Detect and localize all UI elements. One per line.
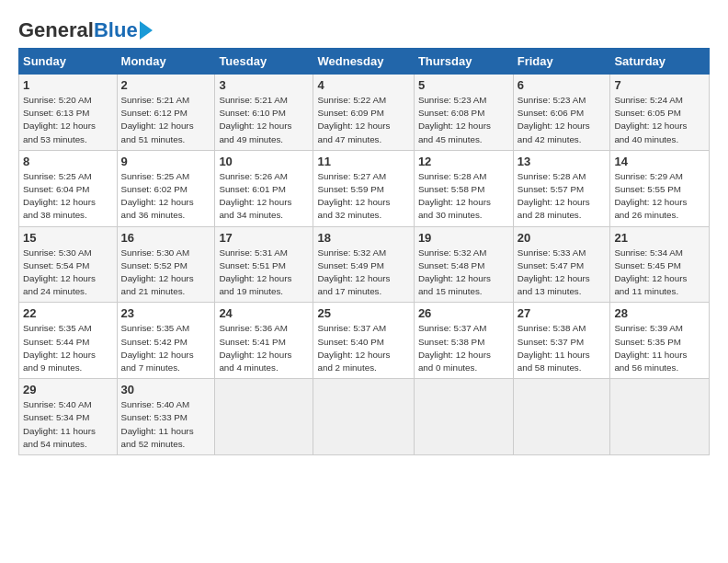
calendar-cell: 10Sunrise: 5:26 AMSunset: 6:01 PMDayligh… [215, 150, 313, 226]
calendar-cell: 17Sunrise: 5:31 AMSunset: 5:51 PMDayligh… [215, 226, 313, 303]
day-detail: Sunrise: 5:23 AMSunset: 6:06 PMDaylight:… [518, 94, 607, 146]
header: GeneralBlue [18, 17, 710, 40]
calendar-cell: 21Sunrise: 5:34 AMSunset: 5:45 PMDayligh… [610, 226, 710, 303]
logo-blue: Blue [94, 18, 138, 41]
week-row-1: 1Sunrise: 5:20 AMSunset: 6:13 PMDaylight… [19, 75, 710, 151]
col-header-thursday: Thursday [414, 49, 513, 75]
day-number: 19 [418, 231, 509, 245]
day-number: 4 [317, 78, 409, 92]
day-number: 16 [121, 231, 211, 245]
day-number: 17 [219, 231, 309, 245]
day-detail: Sunrise: 5:21 AMSunset: 6:12 PMDaylight:… [121, 94, 211, 146]
day-number: 24 [219, 306, 309, 320]
calendar-cell [215, 379, 313, 455]
calendar-cell: 22Sunrise: 5:35 AMSunset: 5:44 PMDayligh… [19, 303, 118, 379]
day-number: 11 [317, 155, 409, 168]
calendar-cell: 16Sunrise: 5:30 AMSunset: 5:52 PMDayligh… [117, 226, 215, 303]
calendar-cell: 30Sunrise: 5:40 AMSunset: 5:33 PMDayligh… [117, 379, 215, 455]
day-detail: Sunrise: 5:40 AMSunset: 5:34 PMDaylight:… [23, 398, 113, 451]
calendar-cell: 13Sunrise: 5:28 AMSunset: 5:57 PMDayligh… [513, 150, 610, 226]
day-number: 12 [418, 155, 509, 168]
week-row-4: 22Sunrise: 5:35 AMSunset: 5:44 PMDayligh… [19, 303, 710, 379]
logo-general: General [18, 18, 94, 41]
day-number: 22 [23, 306, 113, 320]
col-header-friday: Friday [513, 49, 610, 75]
calendar-cell: 14Sunrise: 5:29 AMSunset: 5:55 PMDayligh… [610, 150, 710, 226]
logo-text: GeneralBlue [18, 20, 138, 40]
day-number: 15 [23, 231, 113, 245]
week-row-3: 15Sunrise: 5:30 AMSunset: 5:54 PMDayligh… [19, 226, 710, 303]
day-number: 8 [23, 155, 113, 168]
day-number: 10 [219, 155, 309, 168]
day-number: 25 [317, 306, 409, 320]
calendar-table: SundayMondayTuesdayWednesdayThursdayFrid… [18, 48, 710, 455]
calendar-cell [313, 379, 414, 455]
calendar-cell: 4Sunrise: 5:22 AMSunset: 6:09 PMDaylight… [313, 75, 414, 151]
calendar-cell: 24Sunrise: 5:36 AMSunset: 5:41 PMDayligh… [215, 303, 313, 379]
calendar-cell: 25Sunrise: 5:37 AMSunset: 5:40 PMDayligh… [313, 303, 414, 379]
calendar-cell [513, 379, 610, 455]
day-number: 21 [614, 231, 705, 245]
day-detail: Sunrise: 5:33 AMSunset: 5:47 PMDaylight:… [518, 247, 607, 299]
calendar-cell: 7Sunrise: 5:24 AMSunset: 6:05 PMDaylight… [610, 75, 710, 151]
day-number: 2 [121, 78, 211, 92]
page: GeneralBlue SundayMondayTuesdayWednesday… [0, 0, 728, 465]
calendar-cell: 1Sunrise: 5:20 AMSunset: 6:13 PMDaylight… [19, 75, 118, 151]
day-number: 14 [614, 155, 705, 168]
header-row: SundayMondayTuesdayWednesdayThursdayFrid… [19, 49, 710, 75]
day-detail: Sunrise: 5:21 AMSunset: 6:10 PMDaylight:… [219, 94, 309, 146]
calendar-cell: 28Sunrise: 5:39 AMSunset: 5:35 PMDayligh… [610, 303, 710, 379]
day-detail: Sunrise: 5:25 AMSunset: 6:04 PMDaylight:… [23, 170, 113, 223]
day-number: 18 [317, 231, 409, 245]
day-number: 7 [614, 78, 705, 92]
logo-arrow-icon [140, 21, 153, 40]
calendar-cell: 23Sunrise: 5:35 AMSunset: 5:42 PMDayligh… [117, 303, 215, 379]
day-detail: Sunrise: 5:36 AMSunset: 5:41 PMDaylight:… [219, 322, 309, 374]
col-header-monday: Monday [117, 49, 215, 75]
day-number: 26 [418, 306, 509, 320]
day-number: 29 [23, 383, 113, 396]
day-number: 30 [121, 383, 211, 396]
day-detail: Sunrise: 5:25 AMSunset: 6:02 PMDaylight:… [121, 170, 211, 223]
calendar-cell: 20Sunrise: 5:33 AMSunset: 5:47 PMDayligh… [513, 226, 610, 303]
day-detail: Sunrise: 5:27 AMSunset: 5:59 PMDaylight:… [317, 170, 409, 223]
day-detail: Sunrise: 5:31 AMSunset: 5:51 PMDaylight:… [219, 247, 309, 299]
calendar-cell: 27Sunrise: 5:38 AMSunset: 5:37 PMDayligh… [513, 303, 610, 379]
calendar-cell: 2Sunrise: 5:21 AMSunset: 6:12 PMDaylight… [117, 75, 215, 151]
calendar-cell: 3Sunrise: 5:21 AMSunset: 6:10 PMDaylight… [215, 75, 313, 151]
logo: GeneralBlue [18, 20, 153, 40]
day-detail: Sunrise: 5:39 AMSunset: 5:35 PMDaylight:… [614, 322, 705, 374]
calendar-cell: 15Sunrise: 5:30 AMSunset: 5:54 PMDayligh… [19, 226, 118, 303]
calendar-cell: 18Sunrise: 5:32 AMSunset: 5:49 PMDayligh… [313, 226, 414, 303]
calendar-cell: 5Sunrise: 5:23 AMSunset: 6:08 PMDaylight… [414, 75, 513, 151]
calendar-cell: 11Sunrise: 5:27 AMSunset: 5:59 PMDayligh… [313, 150, 414, 226]
day-detail: Sunrise: 5:35 AMSunset: 5:42 PMDaylight:… [121, 322, 211, 374]
day-number: 27 [518, 306, 607, 320]
day-number: 20 [518, 231, 607, 245]
day-detail: Sunrise: 5:28 AMSunset: 5:57 PMDaylight:… [518, 170, 607, 223]
calendar-cell [610, 379, 710, 455]
day-number: 5 [418, 78, 509, 92]
week-row-5: 29Sunrise: 5:40 AMSunset: 5:34 PMDayligh… [19, 379, 710, 455]
calendar-cell: 9Sunrise: 5:25 AMSunset: 6:02 PMDaylight… [117, 150, 215, 226]
day-detail: Sunrise: 5:32 AMSunset: 5:49 PMDaylight:… [317, 247, 409, 299]
col-header-wednesday: Wednesday [313, 49, 414, 75]
day-number: 23 [121, 306, 211, 320]
day-detail: Sunrise: 5:38 AMSunset: 5:37 PMDaylight:… [518, 322, 607, 374]
day-detail: Sunrise: 5:40 AMSunset: 5:33 PMDaylight:… [121, 398, 211, 451]
day-detail: Sunrise: 5:26 AMSunset: 6:01 PMDaylight:… [219, 170, 309, 223]
day-number: 13 [518, 155, 607, 168]
calendar-cell: 6Sunrise: 5:23 AMSunset: 6:06 PMDaylight… [513, 75, 610, 151]
calendar-cell: 12Sunrise: 5:28 AMSunset: 5:58 PMDayligh… [414, 150, 513, 226]
calendar-cell [414, 379, 513, 455]
day-number: 9 [121, 155, 211, 168]
col-header-saturday: Saturday [610, 49, 710, 75]
calendar-cell: 26Sunrise: 5:37 AMSunset: 5:38 PMDayligh… [414, 303, 513, 379]
calendar-cell: 8Sunrise: 5:25 AMSunset: 6:04 PMDaylight… [19, 150, 118, 226]
day-detail: Sunrise: 5:30 AMSunset: 5:54 PMDaylight:… [23, 247, 113, 299]
day-detail: Sunrise: 5:30 AMSunset: 5:52 PMDaylight:… [121, 247, 211, 299]
day-number: 6 [518, 78, 607, 92]
week-row-2: 8Sunrise: 5:25 AMSunset: 6:04 PMDaylight… [19, 150, 710, 226]
day-number: 1 [23, 78, 113, 92]
day-detail: Sunrise: 5:20 AMSunset: 6:13 PMDaylight:… [23, 94, 113, 146]
